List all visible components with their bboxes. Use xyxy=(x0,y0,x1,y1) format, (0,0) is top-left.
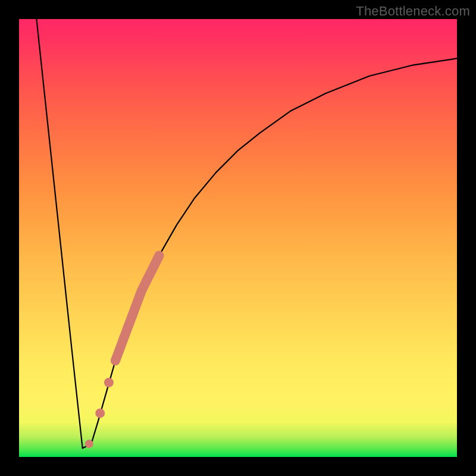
plot-area xyxy=(19,19,457,457)
chart-frame: TheBottleneck.com xyxy=(0,0,476,476)
chart-svg xyxy=(19,19,457,457)
highlighted-dot-bottom xyxy=(85,440,93,448)
bottleneck-curve xyxy=(36,19,457,448)
highlighted-dot-low xyxy=(95,408,105,418)
highlighted-dot-mid xyxy=(104,378,114,387)
watermark-text: TheBottleneck.com xyxy=(356,4,470,19)
highlighted-range xyxy=(115,255,159,361)
